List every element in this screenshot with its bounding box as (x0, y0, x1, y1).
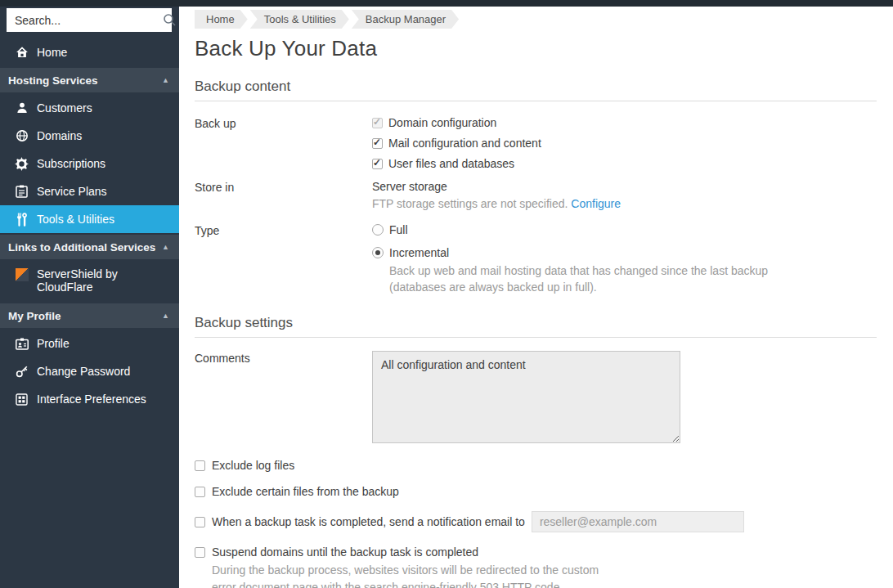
type-label: Type (195, 223, 372, 295)
sidebar: Home Hosting Services ▲ Customers Domain… (0, 7, 179, 588)
grid-icon (15, 393, 29, 406)
sidebar-header-my-profile[interactable]: My Profile ▲ (0, 303, 179, 328)
radio-row-full: Full (372, 223, 877, 236)
sidebar-item-label: Subscriptions (37, 157, 105, 170)
app-window: Home Hosting Services ▲ Customers Domain… (0, 0, 893, 588)
full-radio[interactable] (372, 224, 384, 236)
store-in-value: Server storage (372, 180, 877, 193)
exclude-files-checkbox[interactable] (195, 487, 205, 497)
checkbox-label: Exclude certain files from the backup (212, 485, 399, 498)
sidebar-header-label: Hosting Services (8, 74, 98, 87)
form-row-comments: Comments All configuration and content (195, 351, 877, 446)
search-icon[interactable] (163, 13, 177, 27)
ftp-note-text: FTP storage settings are not specified. (372, 197, 568, 210)
user-files-checkbox[interactable] (372, 159, 383, 169)
checkbox-label: User files and databases (388, 157, 514, 170)
form-row-store-in: Store in Server storage FTP storage sett… (195, 180, 877, 210)
sidebar-item-profile[interactable]: Profile (0, 330, 179, 357)
sidebar-item-label: Profile (37, 337, 70, 350)
sidebar-header-links-additional[interactable]: Links to Additional Services ▲ (0, 235, 179, 259)
main-content: Home Tools & Utilities Backup Manager Ba… (179, 7, 893, 588)
section-heading-backup-settings: Backup settings (195, 315, 877, 338)
sidebar-item-label: ServerShield by CloudFlare (37, 267, 135, 294)
breadcrumb-tools-utilities[interactable]: Tools & Utilities (250, 10, 349, 29)
exclude-log-checkbox[interactable] (195, 460, 205, 471)
servershield-icon (15, 267, 29, 281)
store-in-label: Store in (195, 180, 372, 210)
key-icon (15, 365, 29, 379)
notification-email-checkbox[interactable] (195, 517, 205, 527)
mail-configuration-checkbox[interactable] (372, 138, 383, 149)
sidebar-item-servershield[interactable]: ServerShield by CloudFlare (0, 261, 179, 302)
checkbox-row-exclude-log: Exclude log files (195, 459, 877, 472)
home-icon (15, 46, 29, 60)
sidebar-item-label: Service Plans (37, 185, 107, 198)
checkbox-row-exclude-files: Exclude certain files from the backup (195, 485, 877, 498)
breadcrumb-backup-manager[interactable]: Backup Manager (352, 10, 459, 29)
suspend-note: During the backup process, websites visi… (212, 562, 625, 588)
sidebar-item-label: Change Password (37, 365, 130, 378)
sidebar-item-service-plans[interactable]: Service Plans (0, 177, 179, 205)
sidebar-item-change-password[interactable]: Change Password (0, 357, 179, 385)
sidebar-item-home[interactable]: Home (0, 38, 179, 66)
collapse-caret-icon: ▲ (162, 312, 169, 320)
sidebar-item-customers[interactable]: Customers (0, 94, 179, 122)
suspend-domains-checkbox[interactable] (195, 547, 205, 558)
incremental-radio[interactable] (372, 247, 384, 258)
collapse-caret-icon: ▲ (162, 243, 169, 251)
notification-email-input[interactable] (532, 511, 744, 532)
top-bar (0, 0, 893, 7)
sidebar-item-domains[interactable]: Domains (0, 122, 179, 150)
sidebar-item-label: Domains (37, 129, 82, 142)
badge-icon (15, 337, 29, 351)
form-row-type: Type Full Incremental Back up web and ma… (195, 223, 877, 295)
section-heading-backup-content: Backup content (195, 79, 877, 101)
checkbox-row-mail-configuration: Mail configuration and content (372, 137, 877, 150)
checkbox-label: Suspend domains until the backup task is… (212, 545, 478, 559)
checkbox-row-notification-email: When a backup task is completed, send a … (195, 511, 877, 532)
sidebar-item-tools-utilities[interactable]: Tools & Utilities (0, 205, 179, 233)
comments-label: Comments (195, 351, 372, 446)
globe-icon (15, 129, 29, 143)
checkbox-label: Exclude log files (212, 459, 294, 472)
checkbox-label: Mail configuration and content (388, 137, 541, 150)
incremental-note: Back up web and mail hosting data that h… (389, 263, 770, 295)
checkbox-row-user-files: User files and databases (372, 157, 877, 170)
sidebar-header-hosting-services[interactable]: Hosting Services ▲ (0, 68, 179, 92)
page-title: Back Up Your Data (195, 36, 877, 61)
sidebar-item-label: Home (37, 46, 67, 59)
sidebar-item-label: Customers (37, 101, 92, 114)
checkbox-label: When a backup task is completed, send a … (212, 515, 525, 528)
sidebar-header-label: Links to Additional Services (8, 241, 155, 254)
search-box[interactable] (7, 8, 172, 32)
settings-checkbox-group: Exclude log files Exclude certain files … (195, 459, 877, 588)
checkbox-row-suspend-domains: Suspend domains until the backup task is… (195, 545, 877, 559)
collapse-caret-icon: ▲ (162, 76, 169, 84)
radio-row-incremental: Incremental (372, 246, 877, 259)
gear-icon (15, 157, 29, 171)
breadcrumb: Home Tools & Utilities Backup Manager (195, 10, 877, 29)
tools-icon (15, 213, 29, 227)
back-up-label: Back up (195, 116, 372, 170)
person-icon (15, 101, 29, 115)
checkbox-label: Domain configuration (388, 116, 496, 129)
search-input[interactable] (15, 14, 163, 27)
domain-configuration-checkbox (372, 118, 383, 128)
ftp-storage-note: FTP storage settings are not specified. … (372, 197, 877, 210)
sidebar-item-interface-preferences[interactable]: Interface Preferences (0, 385, 179, 413)
clipboard-icon (15, 185, 29, 199)
breadcrumb-home[interactable]: Home (195, 10, 248, 29)
sidebar-item-label: Tools & Utilities (37, 213, 114, 226)
radio-label: Incremental (389, 246, 449, 259)
sidebar-header-label: My Profile (8, 310, 61, 322)
form-row-back-up: Back up Domain configuration Mail config… (195, 116, 877, 170)
sidebar-item-label: Interface Preferences (37, 393, 146, 406)
sidebar-item-subscriptions[interactable]: Subscriptions (0, 150, 179, 177)
radio-label: Full (389, 223, 408, 236)
configure-link[interactable]: Configure (571, 197, 621, 210)
comments-textarea[interactable]: All configuration and content (372, 351, 680, 443)
checkbox-row-domain-configuration: Domain configuration (372, 116, 877, 129)
